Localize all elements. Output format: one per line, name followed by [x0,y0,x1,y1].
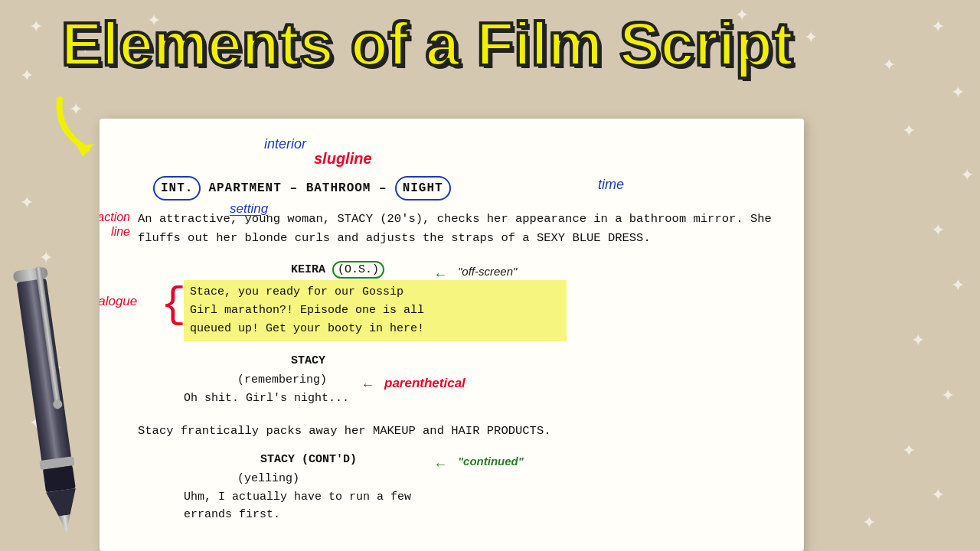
svg-marker-0 [77,144,94,157]
slugline-label: slugline [314,147,372,170]
pen-decoration [8,253,88,543]
keira-character-line: KEIRA (O.S.) ← "off-screen" [291,262,773,279]
stacy-dialogue: Oh shit. Girl's night... [184,390,773,408]
stacy-contd-dialogue: Uhm, I actually have to run a fewerrands… [184,489,773,523]
action-block-2: Stacy frantically packs away her MAKEUP … [138,422,773,441]
paren-label: parenthetical [384,373,466,393]
dialogue-label: dialogue [100,292,137,311]
action-line-label: actionline [100,210,130,239]
keira-name: KEIRA [291,263,332,276]
dialogue-brace: { [161,284,186,326]
action-text-1: An attractive, young woman, STACY (20's)… [138,212,772,245]
time-label: time [598,174,624,195]
stacy-dialogue-text: Oh shit. Girl's night... [184,392,349,405]
stacy-contd-character-line: STACY (CONT'D) ← "continued" [260,452,773,469]
script-content: slugline interior time INT. APARTMENT – … [138,176,773,523]
action-block-1: actionline An attractive, young woman, S… [138,210,773,248]
title-arrow [44,92,113,164]
parenthetical-text: (remembering) [237,373,327,386]
night-circled: NIGHT [395,176,451,201]
interior-label: interior [264,134,306,155]
script-paper: slugline interior time INT. APARTMENT – … [100,119,804,551]
slugline-text: INT. APARTMENT – BATHROOM – NIGHT [153,176,773,201]
continued-label: "continued" [458,453,524,471]
slugline-location: APARTMENT – BATHROOM – [208,179,387,197]
svg-marker-5 [46,488,79,517]
svg-rect-4 [43,465,76,492]
offscreen-label: "off-screen" [458,263,517,281]
stacy-character-line: STACY [291,353,773,370]
action-text-2: Stacy frantically packs away her MAKEUP … [138,424,551,438]
yelling-paren-text: (yelling) [237,472,299,485]
stacy-yelling-paren: (yelling) [237,471,773,488]
svg-marker-6 [59,514,73,533]
stacy-name: STACY [291,354,325,367]
int-circled: INT. [153,176,201,201]
stacy-contd-name: STACY (CONT'D) [260,453,357,466]
stacy-parenthetical: (remembering) ← parenthetical [237,372,773,390]
keira-dialogue-container: dialogue { Stace, you ready for our Goss… [184,280,773,341]
stacy-contd-dialogue-text: Uhm, I actually have to run a fewerrands… [184,491,411,521]
keira-dialogue-text: Stace, you ready for our Gossip Girl mar… [184,280,567,341]
paren-arrow: ← [364,375,372,396]
slugline-section: slugline interior time INT. APARTMENT – … [138,176,773,201]
page-title: Elements of a Film Script [61,14,793,75]
os-indicator: (O.S.) [332,261,384,279]
